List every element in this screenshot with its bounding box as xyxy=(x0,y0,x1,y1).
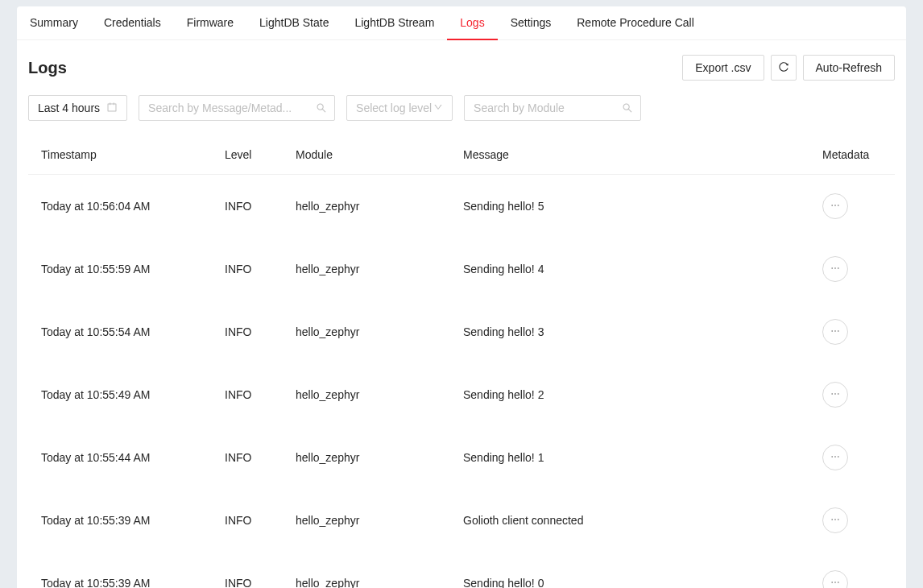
refresh-icon xyxy=(778,61,789,75)
auto-refresh-button[interactable]: Auto-Refresh xyxy=(803,55,895,81)
ellipsis-icon xyxy=(830,577,841,589)
column-module: Module xyxy=(296,148,463,161)
tabs: SummaryCredentialsFirmwareLightDB StateL… xyxy=(17,6,906,40)
cell-level: INFO xyxy=(225,200,296,213)
cell-message: Sending hello! 0 xyxy=(463,577,822,588)
metadata-more-button[interactable] xyxy=(822,319,848,345)
cell-message: Sending hello! 5 xyxy=(463,200,822,213)
cell-timestamp: Today at 10:55:39 AM xyxy=(41,514,225,527)
table-row: Today at 10:55:59 AMINFOhello_zephyrSend… xyxy=(28,238,895,300)
cell-message: Sending hello! 2 xyxy=(463,388,822,401)
tab-summary[interactable]: Summary xyxy=(17,6,91,40)
tab-lightdb-state[interactable]: LightDB State xyxy=(246,6,341,40)
ellipsis-icon xyxy=(830,388,841,402)
cell-module: hello_zephyr xyxy=(296,388,463,401)
cell-level: INFO xyxy=(225,388,296,401)
cell-timestamp: Today at 10:55:54 AM xyxy=(41,325,225,338)
cell-metadata xyxy=(822,382,895,408)
cell-level: INFO xyxy=(225,451,296,464)
log-level-select[interactable]: Select log level xyxy=(346,95,453,121)
time-range-filter[interactable]: Last 4 hours xyxy=(28,95,127,121)
cell-level: INFO xyxy=(225,514,296,527)
ellipsis-icon xyxy=(830,263,841,276)
table-row: Today at 10:55:44 AMINFOhello_zephyrSend… xyxy=(28,426,895,489)
calendar-icon xyxy=(106,101,118,115)
tab-logs[interactable]: Logs xyxy=(447,6,497,40)
tab-firmware[interactable]: Firmware xyxy=(174,6,246,40)
metadata-more-button[interactable] xyxy=(822,507,848,533)
cell-message: Golioth client connected xyxy=(463,514,822,527)
cell-metadata xyxy=(822,507,895,533)
ellipsis-icon xyxy=(830,451,841,465)
metadata-more-button[interactable] xyxy=(822,445,848,470)
cell-module: hello_zephyr xyxy=(296,325,463,338)
cell-metadata xyxy=(822,256,895,282)
cell-module: hello_zephyr xyxy=(296,263,463,275)
cell-module: hello_zephyr xyxy=(296,577,463,588)
column-metadata: Metadata xyxy=(822,148,895,161)
tab-credentials[interactable]: Credentials xyxy=(91,6,174,40)
logs-table: Timestamp Level Module Message Metadata … xyxy=(28,135,895,588)
column-timestamp: Timestamp xyxy=(41,148,225,161)
ellipsis-icon xyxy=(830,514,841,528)
chevron-down-icon xyxy=(433,101,443,114)
search-module-input[interactable] xyxy=(464,95,641,121)
tab-remote-procedure-call[interactable]: Remote Procedure Call xyxy=(564,6,707,40)
tab-settings[interactable]: Settings xyxy=(498,6,565,40)
ellipsis-icon xyxy=(830,325,841,339)
cell-metadata xyxy=(822,193,895,219)
cell-timestamp: Today at 10:55:39 AM xyxy=(41,577,225,588)
tab-lightdb-stream[interactable]: LightDB Stream xyxy=(341,6,447,40)
cell-module: hello_zephyr xyxy=(296,200,463,213)
cell-level: INFO xyxy=(225,577,296,588)
cell-message: Sending hello! 3 xyxy=(463,325,822,338)
table-row: Today at 10:55:54 AMINFOhello_zephyrSend… xyxy=(28,300,895,363)
metadata-more-button[interactable] xyxy=(822,570,848,588)
time-range-label: Last 4 hours xyxy=(38,101,100,114)
cell-metadata xyxy=(822,570,895,588)
page-title: Logs xyxy=(28,59,67,77)
cell-module: hello_zephyr xyxy=(296,514,463,527)
table-row: Today at 10:55:49 AMINFOhello_zephyrSend… xyxy=(28,363,895,426)
cell-metadata xyxy=(822,445,895,470)
cell-timestamp: Today at 10:55:44 AM xyxy=(41,451,225,464)
table-row: Today at 10:55:39 AMINFOhello_zephyrSend… xyxy=(28,552,895,588)
column-level: Level xyxy=(225,148,296,161)
cell-message: Sending hello! 1 xyxy=(463,451,822,464)
metadata-more-button[interactable] xyxy=(822,256,848,282)
ellipsis-icon xyxy=(830,200,841,213)
cell-module: hello_zephyr xyxy=(296,451,463,464)
cell-metadata xyxy=(822,319,895,345)
cell-timestamp: Today at 10:56:04 AM xyxy=(41,200,225,213)
cell-message: Sending hello! 4 xyxy=(463,263,822,275)
cell-level: INFO xyxy=(225,263,296,275)
table-row: Today at 10:55:39 AMINFOhello_zephyrGoli… xyxy=(28,489,895,552)
column-message: Message xyxy=(463,148,822,161)
search-message-input[interactable] xyxy=(139,95,335,121)
cell-timestamp: Today at 10:55:49 AM xyxy=(41,388,225,401)
refresh-button[interactable] xyxy=(771,55,797,81)
metadata-more-button[interactable] xyxy=(822,382,848,408)
metadata-more-button[interactable] xyxy=(822,193,848,219)
cell-level: INFO xyxy=(225,325,296,338)
export-csv-button[interactable]: Export .csv xyxy=(682,55,764,81)
log-level-label: Select log level xyxy=(356,101,432,114)
table-row: Today at 10:56:04 AMINFOhello_zephyrSend… xyxy=(28,175,895,238)
cell-timestamp: Today at 10:55:59 AM xyxy=(41,263,225,275)
